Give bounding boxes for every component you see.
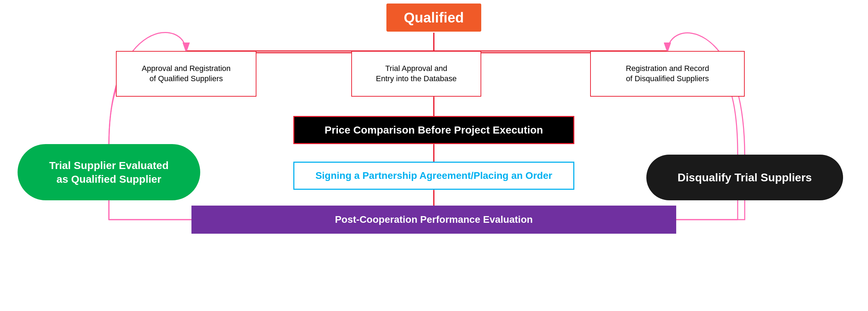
post-cooperation-label: Post-Cooperation Performance Evaluation	[335, 214, 533, 225]
qualified-box: Qualified	[386, 4, 481, 32]
diagram: Qualified Approval and Registration of Q…	[0, 0, 868, 311]
box-trial-approval: Trial Approval and Entry into the Databa…	[351, 51, 481, 97]
signing-box: Signing a Partnership Agreement/Placing …	[293, 162, 574, 190]
box-center-label: Trial Approval and Entry into the Databa…	[376, 64, 457, 84]
signing-label: Signing a Partnership Agreement/Placing …	[315, 170, 552, 181]
qualified-label: Qualified	[404, 10, 464, 26]
post-cooperation-box: Post-Cooperation Performance Evaluation	[191, 206, 676, 234]
price-comparison-label: Price Comparison Before Project Executio…	[325, 124, 543, 136]
green-oval-label: Trial Supplier Evaluated as Qualified Su…	[49, 158, 169, 186]
black-oval-disqualify: Disqualify Trial Suppliers	[646, 155, 843, 200]
box-left-label: Approval and Registration of Qualified S…	[142, 64, 230, 84]
box-approval-qualified: Approval and Registration of Qualified S…	[116, 51, 256, 97]
box-right-label: Registration and Record of Disqualified …	[626, 64, 709, 84]
box-registration-disqualified: Registration and Record of Disqualified …	[590, 51, 745, 97]
price-comparison-box: Price Comparison Before Project Executio…	[293, 116, 574, 144]
black-oval-label: Disqualify Trial Suppliers	[678, 171, 812, 184]
green-oval-qualified-supplier: Trial Supplier Evaluated as Qualified Su…	[18, 144, 200, 200]
